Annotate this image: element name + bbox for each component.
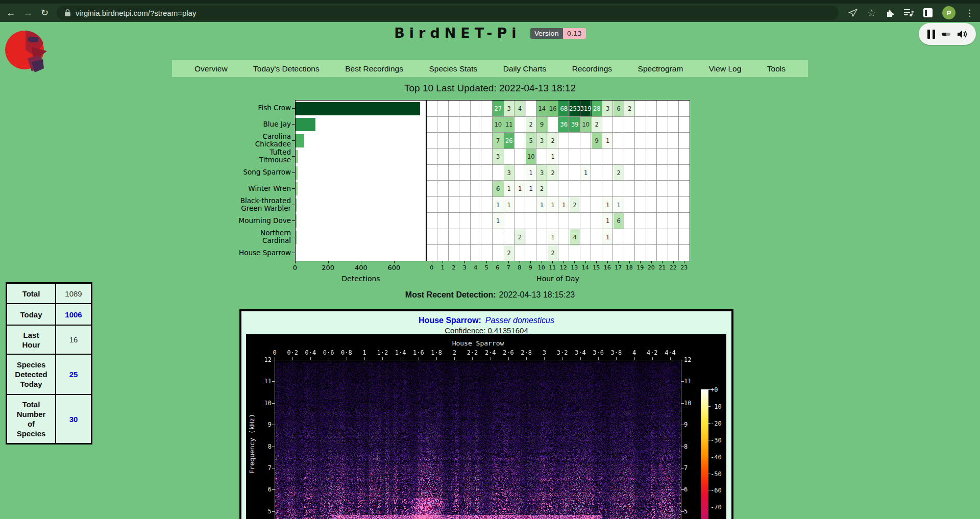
hour-tick-mark — [486, 261, 487, 263]
extensions-icon[interactable] — [886, 9, 894, 17]
browser-chrome: ← → ↻ virginia.birdnetpi.com/?stream=pla… — [0, 0, 980, 22]
heatmap-value: 2 — [614, 165, 625, 181]
heatmap-value: 1 — [602, 229, 614, 245]
menu-kebab-icon[interactable]: ⋮ — [965, 9, 974, 17]
time-tick-mark — [436, 357, 437, 360]
pause-icon[interactable] — [927, 30, 935, 39]
nav-item-tools[interactable]: Tools — [767, 64, 786, 73]
audio-player[interactable] — [919, 23, 976, 45]
bar-axis-tick-mark — [295, 261, 296, 263]
nav-item-spectrogram[interactable]: Spectrogram — [638, 64, 683, 73]
time-tick: 2·8 — [516, 349, 536, 356]
stats-label: Today — [7, 304, 56, 325]
forward-icon[interactable]: → — [23, 8, 33, 17]
heatmap-value: 2 — [592, 117, 603, 133]
heatmap-value: 3 — [536, 133, 548, 149]
heatmap-value: 2 — [548, 245, 559, 262]
hour-tick-mark — [432, 261, 432, 263]
time-tick-mark — [419, 357, 419, 360]
stats-label: TotalNumberofSpecies — [7, 394, 56, 444]
heatmap-value: 1 — [536, 197, 548, 213]
hour-tick: 16 — [602, 264, 613, 271]
hour-tick: 18 — [624, 264, 635, 271]
heatmap-value: 3 — [504, 165, 515, 181]
hour-tick-mark — [476, 261, 476, 263]
hour-tick: 19 — [635, 264, 646, 271]
hour-tick-mark — [542, 261, 542, 263]
hour-tick: 13 — [569, 264, 580, 271]
nav-item-daily-charts[interactable]: Daily Charts — [503, 64, 546, 73]
hour-tick-mark — [574, 261, 575, 263]
nav-item-best-recordings[interactable]: Best Recordings — [345, 64, 403, 73]
hour-tick: 4 — [470, 264, 481, 271]
address-bar[interactable]: virginia.birdnetpi.com/?stream=play — [57, 6, 839, 20]
freq-tick-left: 11 — [256, 378, 272, 385]
time-tick: 0·8 — [336, 349, 357, 356]
time-tick-mark — [347, 357, 347, 360]
top10-chart: Fish CrowBlue JayCarolinaChickadeeTufted… — [237, 100, 727, 286]
heatmap-value: 1 — [580, 165, 592, 181]
hour-tick: 2 — [448, 264, 459, 271]
colorbar-tick-mark — [708, 474, 710, 474]
colorbar-tick-mark — [708, 457, 710, 457]
time-tick: 1·8 — [426, 349, 447, 356]
hour-tick-mark — [585, 261, 586, 263]
spectrogram-colorbar — [701, 389, 708, 519]
hour-tick: 12 — [558, 264, 569, 271]
freq-tick-mark — [681, 511, 684, 512]
nav-item-view-log[interactable]: View Log — [709, 64, 741, 73]
time-tick: 0·4 — [300, 349, 321, 356]
playlist-icon[interactable] — [904, 9, 914, 17]
species-label: Fish Crow — [237, 100, 291, 116]
freq-tick-right: 12 — [684, 356, 699, 363]
time-tick-mark — [292, 357, 293, 360]
freq-tick-right: 11 — [684, 378, 699, 385]
species-label: Black-throatedGreen Warbler — [237, 196, 291, 213]
side-panel-icon[interactable] — [923, 8, 933, 17]
recent-detection-card: House Sparrow:Passer domesticus Confiden… — [239, 309, 733, 519]
species-link[interactable]: House Sparrow: — [419, 316, 481, 325]
stats-label: SpeciesDetectedToday — [7, 354, 56, 394]
hour-tick-mark — [464, 261, 465, 263]
stats-row: SpeciesDetectedToday25 — [7, 354, 92, 394]
time-tick-mark — [329, 357, 329, 360]
seek-slider[interactable] — [942, 33, 950, 36]
hour-tick: 9 — [525, 264, 536, 271]
species-label: NorthernCardinal — [237, 229, 291, 245]
heatmap-value: 4 — [570, 229, 581, 245]
volume-icon[interactable] — [957, 30, 967, 39]
nav-item-overview[interactable]: Overview — [194, 64, 228, 73]
reload-icon[interactable]: ↻ — [41, 8, 48, 17]
nav-item-species-stats[interactable]: Species Stats — [429, 64, 477, 73]
time-tick-mark — [364, 357, 365, 360]
time-tick: 2·2 — [462, 349, 482, 356]
nav-item-recordings[interactable]: Recordings — [572, 64, 612, 73]
time-tick-mark — [580, 357, 581, 360]
page-header: BirdNET-Pi Version0.13 — [0, 25, 980, 41]
time-tick: 3·2 — [552, 349, 573, 356]
bar-axis-tick-mark — [394, 261, 395, 263]
stats-value-link[interactable]: 1006 — [56, 304, 92, 325]
frequency-axis-label: Frequency (kHz) — [246, 360, 257, 519]
time-tick-mark — [526, 357, 527, 360]
hour-axis-label: Hour of Day — [507, 275, 609, 283]
stats-value-link[interactable]: 30 — [56, 394, 92, 444]
time-tick: 4·4 — [660, 349, 680, 356]
bookmark-star-icon[interactable]: ☆ — [867, 8, 876, 18]
bar-axis-tick-mark — [361, 261, 361, 263]
heatmap-value: 3 — [536, 165, 548, 181]
stats-value-link[interactable]: 25 — [56, 354, 92, 394]
spectrogram-title: House Sparrow — [275, 339, 681, 347]
time-tick: 1·6 — [408, 349, 429, 356]
heatmap-value: 10 — [526, 149, 537, 165]
bar-6 — [296, 199, 297, 212]
detection-confidence-line: Confidence: 0.41351604 — [241, 326, 731, 335]
send-icon[interactable] — [848, 9, 857, 17]
heatmap-value: 10 — [493, 117, 504, 133]
heatmap-value: 2 — [514, 229, 526, 245]
back-icon[interactable]: ← — [6, 8, 15, 17]
profile-avatar[interactable]: P — [942, 6, 955, 19]
url-text: virginia.birdnetpi.com/?stream=play — [76, 9, 196, 17]
nav-item-today-s-detections[interactable]: Today's Detections — [253, 64, 320, 73]
freq-tick-mark — [681, 425, 684, 425]
